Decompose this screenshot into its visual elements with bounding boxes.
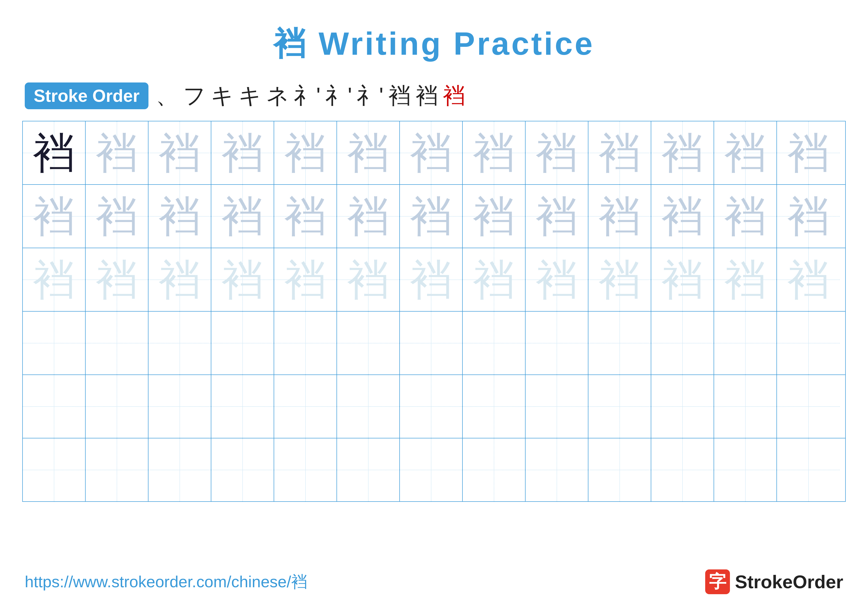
grid-cell: 裆 [23,185,85,248]
grid-cell-empty[interactable] [400,312,463,375]
grid-cell: 裆 [463,121,525,184]
grid-cell: 裆 [400,185,463,248]
grid-cell-empty[interactable] [651,312,714,375]
grid-cell: 裆 [337,248,400,311]
grid-cell-empty[interactable] [463,375,525,438]
grid-cell-empty[interactable] [211,375,274,438]
grid-cell: 裆 [211,121,274,184]
footer: https://www.strokeorder.com/chinese/裆 字 … [25,569,843,594]
stroke-10: 裆 [416,81,438,111]
stroke-2: フ [183,81,206,111]
grid-row-5[interactable] [23,375,845,438]
grid-cell: 裆 [777,121,840,184]
stroke-order-badge: Stroke Order [25,82,149,109]
grid-cell: 裆 [149,185,211,248]
stroke-1: 、 [156,81,178,111]
grid-cell: 裆 [85,121,149,184]
footer-url: https://www.strokeorder.com/chinese/裆 [25,571,307,593]
stroke-11: 裆 [443,81,465,111]
stroke-7: 礻' [326,81,352,111]
grid-cell: 裆 [777,248,840,311]
stroke-4: キ [239,81,261,111]
page-title: 裆 Writing Practice [0,22,868,66]
grid-cell-empty[interactable] [777,312,840,375]
grid-cell: 裆 [463,185,525,248]
grid-cell: 裆 [274,248,337,311]
grid-cell: 裆 [149,248,211,311]
grid-cell-empty[interactable] [525,312,588,375]
grid-cell-empty[interactable] [714,438,777,501]
practice-grid: 裆 裆 裆 裆 裆 裆 裆 裆 裆 裆 裆 裆 裆 裆 裆 裆 裆 裆 裆 裆 … [22,121,846,502]
grid-cell-empty[interactable] [149,312,211,375]
grid-cell-empty[interactable] [274,438,337,501]
strokeorder-logo-icon: 字 [705,569,730,594]
grid-cell: 裆 [714,185,777,248]
grid-cell-empty[interactable] [211,438,274,501]
grid-cell-empty[interactable] [337,438,400,501]
grid-cell-empty[interactable] [463,438,525,501]
grid-cell: 裆 [651,121,714,184]
grid-row-6[interactable] [23,438,845,501]
grid-cell-empty[interactable] [23,438,85,501]
grid-cell: 裆 [274,185,337,248]
grid-cell-empty[interactable] [85,438,149,501]
grid-cell-empty[interactable] [23,375,85,438]
grid-cell-empty[interactable] [714,312,777,375]
grid-cell-empty[interactable] [337,312,400,375]
stroke-5: ネ [266,81,289,111]
grid-cell-empty[interactable] [274,312,337,375]
stroke-sequence: 、 フ キ キ ネ 礻' 礻' 礻' 裆 裆 裆 [156,81,465,111]
grid-cell: 裆 [651,185,714,248]
grid-cell: 裆 [525,185,588,248]
grid-cell: 裆 [651,248,714,311]
grid-cell: 裆 [149,121,211,184]
grid-cell-empty[interactable] [85,312,149,375]
grid-cell-empty[interactable] [714,375,777,438]
grid-cell-empty[interactable] [525,438,588,501]
grid-cell-empty[interactable] [400,375,463,438]
grid-row-3: 裆 裆 裆 裆 裆 裆 裆 裆 裆 裆 裆 裆 裆 [23,248,845,312]
grid-cell-empty[interactable] [777,375,840,438]
grid-cell: 裆 [400,248,463,311]
grid-row-4[interactable] [23,312,845,375]
grid-cell-empty[interactable] [211,312,274,375]
grid-cell-empty[interactable] [149,438,211,501]
grid-row-2: 裆 裆 裆 裆 裆 裆 裆 裆 裆 裆 裆 裆 裆 [23,185,845,248]
grid-cell-empty[interactable] [588,312,651,375]
grid-cell: 裆 [463,248,525,311]
grid-cell-empty[interactable] [149,375,211,438]
grid-cell: 裆 [85,185,149,248]
grid-cell-empty[interactable] [651,438,714,501]
grid-cell: 裆 [714,121,777,184]
grid-cell: 裆 [274,121,337,184]
stroke-3: キ [211,81,234,111]
grid-cell: 裆 [588,185,651,248]
grid-cell: 裆 [23,121,85,184]
stroke-order-row: Stroke Order 、 フ キ キ ネ 礻' 礻' 礻' 裆 裆 裆 [25,81,843,111]
grid-cell-empty[interactable] [651,375,714,438]
grid-cell-empty[interactable] [588,438,651,501]
grid-cell-empty[interactable] [337,375,400,438]
grid-cell: 裆 [85,248,149,311]
grid-cell-empty[interactable] [85,375,149,438]
grid-cell: 裆 [23,248,85,311]
grid-cell: 裆 [337,121,400,184]
stroke-9: 裆 [389,81,411,111]
grid-cell-empty[interactable] [274,375,337,438]
grid-cell: 裆 [400,121,463,184]
grid-cell: 裆 [588,248,651,311]
grid-cell-empty[interactable] [588,375,651,438]
grid-cell: 裆 [714,248,777,311]
grid-cell: 裆 [211,248,274,311]
grid-cell: 裆 [211,185,274,248]
grid-cell: 裆 [588,121,651,184]
grid-cell-empty[interactable] [525,375,588,438]
grid-cell-empty[interactable] [400,438,463,501]
stroke-8: 礻' [357,81,383,111]
grid-cell: 裆 [525,121,588,184]
grid-cell-empty[interactable] [777,438,840,501]
strokeorder-logo-text: StrokeOrder [735,571,843,592]
grid-row-1: 裆 裆 裆 裆 裆 裆 裆 裆 裆 裆 裆 裆 裆 [23,121,845,185]
grid-cell-empty[interactable] [23,312,85,375]
grid-cell-empty[interactable] [463,312,525,375]
